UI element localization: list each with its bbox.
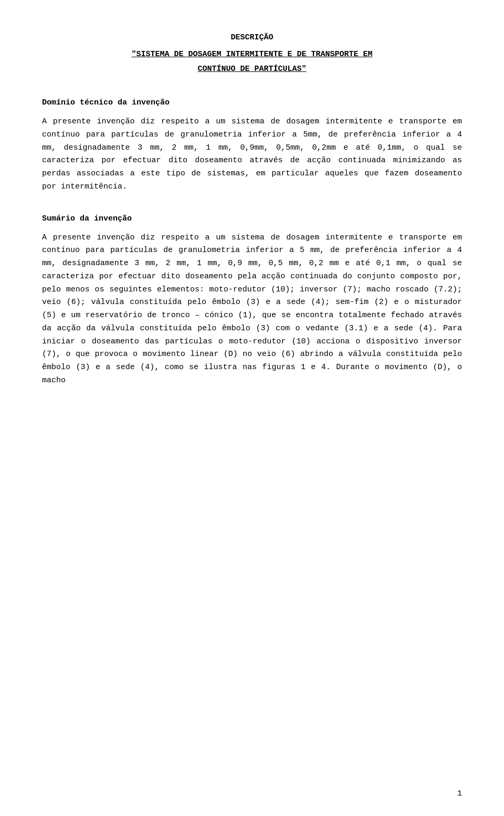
page-number: 1 — [457, 788, 462, 800]
title-line1: "SISTEMA DE DOSAGEM INTERMITENTE E DE TR… — [42, 48, 462, 61]
title-section: "SISTEMA DE DOSAGEM INTERMITENTE E DE TR… — [42, 48, 462, 76]
summary-heading: Sumário da invenção — [42, 213, 462, 225]
descricao-label: DESCRIÇÃO — [42, 32, 462, 44]
title-line2: CONTÍNUO DE PARTÍCULAS" — [42, 63, 462, 76]
summary-paragraph1: A presente invenção diz respeito a um si… — [42, 232, 462, 388]
page: DESCRIÇÃO "SISTEMA DE DOSAGEM INTERMITEN… — [0, 0, 504, 816]
domain-heading: Domínio técnico da invenção — [42, 97, 462, 109]
domain-paragraph: A presente invenção diz respeito a um si… — [42, 116, 462, 194]
